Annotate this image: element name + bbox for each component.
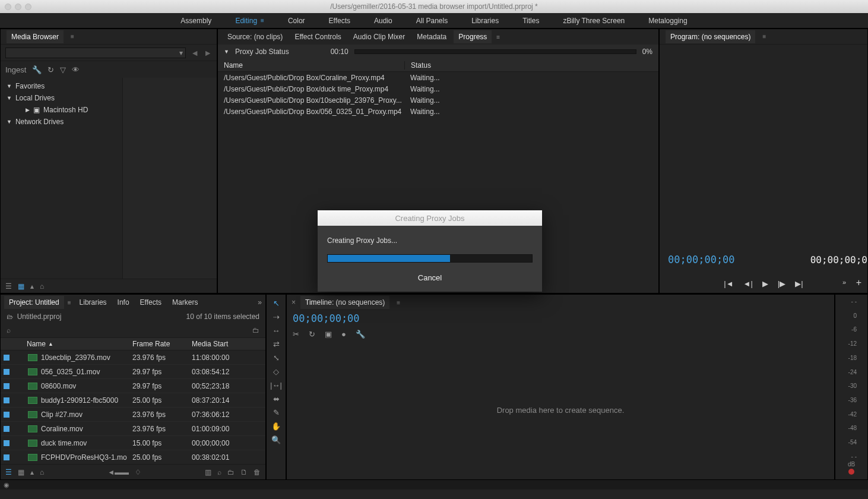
- razor-tool-icon[interactable]: ◇: [270, 367, 282, 376]
- panel-menu-icon[interactable]: ≡: [760, 33, 768, 40]
- marker-icon[interactable]: ●: [341, 330, 346, 339]
- tab-libraries[interactable]: Libraries: [75, 296, 112, 309]
- freeform-view-icon[interactable]: ▴: [30, 468, 34, 476]
- row-checkbox[interactable]: [1, 369, 12, 375]
- row-checkbox[interactable]: [1, 412, 12, 418]
- sort-asc-icon[interactable]: ▴: [30, 282, 34, 290]
- timeline-body[interactable]: Drop media here to create sequence.: [287, 341, 834, 479]
- workspace-libraries[interactable]: Libraries: [471, 17, 499, 25]
- more-icon[interactable]: »: [842, 279, 846, 286]
- col-framerate[interactable]: Frame Rate: [132, 340, 192, 348]
- eye-icon[interactable]: 👁: [72, 65, 80, 74]
- maximize-window-icon[interactable]: [25, 4, 31, 10]
- go-to-in-icon[interactable]: |◄: [724, 279, 733, 288]
- hand-tool-icon[interactable]: ✋: [270, 421, 282, 431]
- home-icon[interactable]: ⌂: [40, 468, 44, 476]
- play-icon[interactable]: ▶: [762, 279, 768, 288]
- col-mediastart[interactable]: Media Start: [192, 340, 265, 348]
- step-back-icon[interactable]: ◄|: [743, 279, 753, 288]
- close-window-icon[interactable]: [5, 4, 11, 10]
- add-marker-icon[interactable]: ▣: [325, 330, 332, 339]
- icon-view-icon[interactable]: ▦: [18, 468, 24, 476]
- workspace-audio[interactable]: Audio: [374, 17, 392, 25]
- row-checkbox[interactable]: [1, 426, 12, 432]
- tab-info[interactable]: Info: [113, 296, 134, 309]
- linked-selection-icon[interactable]: ↻: [309, 330, 315, 339]
- clip-indicator-icon[interactable]: [848, 469, 854, 475]
- folder-icon[interactable]: ⌂: [40, 282, 44, 290]
- program-tab[interactable]: Program: (no sequences): [666, 30, 755, 43]
- nav-back-icon[interactable]: ◄: [191, 48, 199, 58]
- tab-source-no-clips-[interactable]: Source: (no clips): [223, 30, 287, 43]
- col-name-header[interactable]: Name: [218, 61, 404, 70]
- job-row[interactable]: /Users/Guest/Public/Drop Box/10secblip_2…: [218, 94, 658, 106]
- timeline-timecode[interactable]: 00;00;00;00: [287, 310, 834, 327]
- list-view-icon[interactable]: ☰: [5, 282, 12, 290]
- go-to-out-icon[interactable]: ▶|: [795, 279, 803, 288]
- workspace-editing[interactable]: Editing≡: [235, 17, 264, 25]
- tree-favorites[interactable]: ▼Favorites: [1, 80, 122, 92]
- close-icon[interactable]: ×: [292, 298, 296, 307]
- thumbnail-view-icon[interactable]: ▦: [18, 282, 24, 290]
- new-bin-icon[interactable]: 🗀: [252, 326, 259, 334]
- tree-local-drives[interactable]: ▼Local Drives: [1, 92, 122, 104]
- snap-icon[interactable]: ✂: [293, 330, 299, 339]
- tab-metadata[interactable]: Metadata: [412, 30, 451, 43]
- job-row[interactable]: /Users/Guest/Public/Drop Box/duck time_P…: [218, 83, 658, 94]
- workspace-assembly[interactable]: Assembly: [180, 17, 211, 25]
- timeline-tab[interactable]: Timeline: (no sequences): [300, 296, 389, 309]
- new-bin-button-icon[interactable]: 🗀: [227, 468, 235, 476]
- add-button-icon[interactable]: +: [856, 277, 861, 288]
- minimize-window-icon[interactable]: [15, 4, 21, 10]
- workspace-all-panels[interactable]: All Panels: [416, 17, 448, 25]
- tab-effects[interactable]: Effects: [135, 296, 166, 309]
- pen-tool-icon[interactable]: ✎: [270, 408, 282, 417]
- rolling-edit-tool-icon[interactable]: ⇄: [270, 339, 282, 349]
- col-status-header[interactable]: Status: [404, 61, 658, 70]
- job-row[interactable]: /Users/Guest/Public/Drop Box/056_0325_01…: [218, 106, 658, 117]
- project-row[interactable]: 08600.mov 29.97 fps 00;52;23;18: [1, 379, 265, 393]
- workspace-effects[interactable]: Effects: [329, 17, 350, 25]
- panel-menu-icon[interactable]: ≡: [65, 299, 74, 306]
- filter-icon[interactable]: ▽: [60, 65, 66, 74]
- row-checkbox[interactable]: [1, 397, 12, 403]
- track-select-tool-icon[interactable]: ⇢: [270, 312, 282, 321]
- find-icon[interactable]: ⌕: [217, 468, 221, 476]
- overflow-icon[interactable]: »: [258, 298, 262, 307]
- zoom-tool-icon[interactable]: 🔍: [270, 435, 282, 444]
- project-row[interactable]: Coraline.mov 23.976 fps 01:00:09:00: [1, 422, 265, 436]
- project-row[interactable]: 10secblip_23976.mov 23.976 fps 11:08:00:…: [1, 350, 265, 365]
- path-dropdown[interactable]: ▾: [5, 48, 186, 58]
- search-icon[interactable]: ⌕: [7, 326, 11, 334]
- workspace-titles[interactable]: Titles: [522, 17, 539, 25]
- delete-icon[interactable]: 🗑: [254, 468, 261, 476]
- row-checkbox[interactable]: [1, 383, 12, 389]
- project-row[interactable]: buddy1-290912-fbc5000 25.00 fps 08:37:20…: [1, 393, 265, 408]
- workspace-zbilly-three-screen[interactable]: zBilly Three Screen: [563, 17, 625, 25]
- col-name[interactable]: Name▲: [1, 340, 132, 348]
- ripple-edit-tool-icon[interactable]: ↔: [270, 326, 282, 335]
- tab-project-untitled[interactable]: Project: Untitled: [4, 296, 64, 309]
- slide-tool-icon[interactable]: ⬌: [270, 394, 282, 403]
- project-row[interactable]: duck time.mov 15.00 fps 00;00;00;00: [1, 436, 265, 450]
- zoom-slider-icon[interactable]: ◄▬▬: [107, 468, 129, 476]
- project-row[interactable]: 056_0325_01.mov 29.97 fps 03:08:54:12: [1, 365, 265, 379]
- new-item-icon[interactable]: 🗋: [240, 468, 248, 476]
- rate-stretch-tool-icon[interactable]: ⤡: [270, 353, 282, 362]
- cancel-button[interactable]: Cancel: [418, 273, 442, 282]
- workspace-menu-icon[interactable]: ≡: [261, 17, 264, 24]
- creative-cloud-icon[interactable]: ◉: [4, 481, 9, 489]
- tab-audio-clip-mixer[interactable]: Audio Clip Mixer: [349, 30, 410, 43]
- media-browser-tab[interactable]: Media Browser: [7, 30, 64, 43]
- program-timecode-in[interactable]: 00;00;00;00: [668, 254, 735, 266]
- settings-icon[interactable]: 🔧: [356, 330, 365, 339]
- tab-progress[interactable]: Progress: [454, 30, 492, 43]
- tree-macintosh-hd[interactable]: ▶▣Macintosh HD: [1, 104, 122, 116]
- panel-menu-icon[interactable]: ≡: [394, 299, 403, 306]
- panel-menu-icon[interactable]: ≡: [68, 33, 77, 40]
- row-checkbox[interactable]: [1, 454, 12, 460]
- chevron-down-icon[interactable]: ▼: [224, 49, 229, 55]
- selection-tool-icon[interactable]: ↖: [270, 298, 282, 308]
- row-checkbox[interactable]: [1, 440, 12, 446]
- project-row[interactable]: Clip #27.mov 23.976 fps 07:36:06:12: [1, 408, 265, 422]
